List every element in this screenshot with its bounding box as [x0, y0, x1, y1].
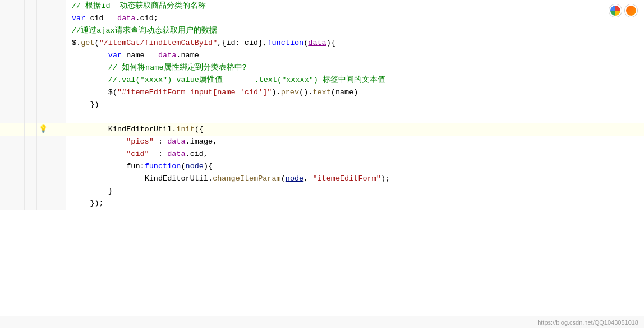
code-text: "pics" : data.image,: [66, 136, 644, 148]
gutter-col-1: [12, 49, 25, 62]
gutter-col-1: [12, 160, 25, 173]
code-line: KindEditorUtil.changeItemParam(node, "it…: [0, 173, 644, 185]
gutter-col-2: [25, 62, 37, 74]
gutter-col-2: [25, 86, 37, 99]
line-number: [49, 111, 66, 123]
gutter-col-3: [37, 185, 49, 197]
gutter-col-2: [25, 37, 37, 49]
code-line: var cid = data.cid;: [0, 12, 644, 25]
gutter-col-1: [12, 148, 25, 160]
editor-container: // 根据id 动态获取商品分类的名称var cid = data.cid;//…: [0, 0, 644, 328]
line-number: [49, 185, 66, 197]
line-number: [49, 136, 66, 148]
code-line: 💡 KindEditorUtil.init({: [0, 123, 644, 136]
gutter-col-2: [25, 123, 37, 136]
gutter-col-3: [37, 148, 49, 160]
gutter-col-2: [25, 136, 37, 148]
gutter-col-3: [37, 25, 49, 37]
code-line: $("#itemeEditForm input[name='cid']").pr…: [0, 86, 644, 99]
line-number: [49, 37, 66, 49]
line-number: [49, 123, 66, 136]
line-number: [49, 49, 66, 62]
code-text: $("#itemeEditForm input[name='cid']").pr…: [66, 86, 644, 99]
gutter-col-2: [25, 99, 37, 111]
code-text: [66, 111, 644, 123]
gutter-col-0: [0, 0, 12, 12]
gutter-col-0: [0, 197, 12, 210]
gutter-col-1: [12, 185, 25, 197]
code-text: fun:function(node){: [66, 160, 644, 173]
gutter-col-1: [12, 12, 25, 25]
code-area: // 根据id 动态获取商品分类的名称var cid = data.cid;//…: [0, 0, 644, 316]
browser-icons: [609, 4, 637, 17]
gutter-col-2: [25, 25, 37, 37]
gutter-col-0: [0, 136, 12, 148]
gutter-col-1: [12, 86, 25, 99]
line-number: [49, 74, 66, 86]
line-number: [49, 173, 66, 185]
line-number: [49, 12, 66, 25]
gutter-col-0: [0, 25, 12, 37]
gutter-col-1: [12, 173, 25, 185]
gutter-col-2: [25, 185, 37, 197]
gutter-col-1: [12, 74, 25, 86]
gutter-col-1: [12, 25, 25, 37]
gutter-col-3: [37, 111, 49, 123]
gutter-col-0: [0, 99, 12, 111]
code-text: // 如何将name属性绑定到分类表格中?: [66, 62, 644, 74]
gutter-col-2: [25, 173, 37, 185]
gutter-col-1: [12, 111, 25, 123]
code-line: [0, 111, 644, 123]
gutter-col-0: [0, 86, 12, 99]
gutter-col-2: [25, 160, 37, 173]
gutter-col-3: [37, 37, 49, 49]
code-line: // 根据id 动态获取商品分类的名称: [0, 0, 644, 12]
code-text: }): [66, 99, 644, 111]
code-line: "pics" : data.image,: [0, 136, 644, 148]
gutter-col-1: [12, 99, 25, 111]
gutter-col-3: [37, 197, 49, 210]
gutter-col-0: [0, 62, 12, 74]
code-line: }): [0, 99, 644, 111]
gutter-col-3: [37, 160, 49, 173]
line-number: [49, 160, 66, 173]
gutter-col-0: [0, 49, 12, 62]
gutter-col-1: [12, 136, 25, 148]
code-line: // 如何将name属性绑定到分类表格中?: [0, 62, 644, 74]
code-line: //.val("xxxx") value属性值 .text("xxxxx") 标…: [0, 74, 644, 86]
gutter-col-0: [0, 12, 12, 25]
line-number: [49, 86, 66, 99]
gutter-col-0: [0, 111, 12, 123]
gutter-col-0: [0, 185, 12, 197]
bulb-icon: 💡: [39, 123, 48, 136]
gutter-col-1: [12, 62, 25, 74]
gutter-col-1: [12, 197, 25, 210]
line-number: [49, 0, 66, 12]
code-line: }: [0, 185, 644, 197]
code-line: "cid" : data.cid,: [0, 148, 644, 160]
code-text: var cid = data.cid;: [66, 12, 644, 25]
gutter-col-3: [37, 62, 49, 74]
code-line: });: [0, 197, 644, 210]
code-text: //通过ajax请求查询动态获取用户的数据: [66, 25, 644, 37]
gutter-col-0: [0, 160, 12, 173]
code-text: });: [66, 197, 644, 210]
gutter-col-3: [37, 99, 49, 111]
code-line: $.get("/itemCat/findItemCatById",{id: ci…: [0, 37, 644, 49]
line-number: [49, 99, 66, 111]
gutter-col-2: [25, 197, 37, 210]
code-text: KindEditorUtil.init({: [66, 123, 644, 136]
line-number: [49, 148, 66, 160]
gutter-col-2: [25, 74, 37, 86]
gutter-col-3: 💡: [37, 123, 49, 136]
chrome-icon[interactable]: [609, 4, 622, 17]
footer-url: https://blog.csdn.net/QQ1043051018: [537, 319, 638, 326]
gutter-col-3: [37, 86, 49, 99]
gutter-col-2: [25, 0, 37, 12]
code-line: var name = data.name: [0, 49, 644, 62]
gutter-col-1: [12, 0, 25, 12]
firefox-icon[interactable]: [625, 4, 637, 17]
gutter-col-0: [0, 74, 12, 86]
gutter-col-0: [0, 173, 12, 185]
gutter-col-1: [12, 123, 25, 136]
